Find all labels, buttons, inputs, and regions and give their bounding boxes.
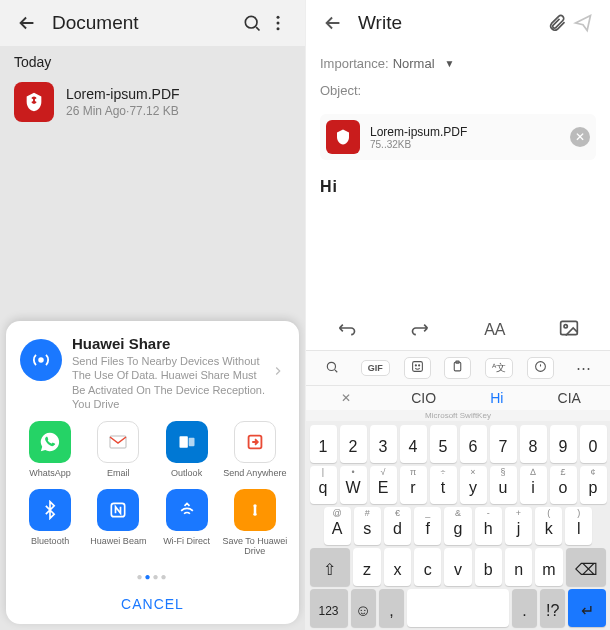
compose-title: Write	[358, 12, 544, 34]
key-c[interactable]: c	[414, 548, 441, 586]
key-t[interactable]: ÷t	[430, 466, 457, 504]
attachment-size: 75..32KB	[370, 139, 570, 150]
key-3[interactable]: 3	[370, 425, 397, 463]
key-w[interactable]: •W	[340, 466, 367, 504]
more-icon[interactable]	[265, 10, 291, 36]
kb-search-icon[interactable]	[317, 356, 347, 381]
share-whatsapp[interactable]: WhatsApp	[16, 421, 84, 479]
key-123[interactable]: 123	[310, 589, 348, 627]
share-wifidirect[interactable]: Wi-Fi Direct	[153, 489, 221, 557]
key-9[interactable]: 9	[550, 425, 577, 463]
svg-rect-5	[110, 436, 126, 448]
key-emoji[interactable]: ☺	[351, 589, 376, 627]
share-huaweibeam[interactable]: Huawei Beam	[84, 489, 152, 557]
kb-suggestion[interactable]: CIA	[558, 390, 581, 406]
file-row[interactable]: Lorem-ipsum.PDF 26 Min Ago·77.12 KB	[0, 74, 305, 130]
kb-settings-icon[interactable]	[527, 357, 554, 379]
key-0[interactable]: 0	[580, 425, 607, 463]
svg-point-1	[277, 16, 280, 19]
svg-rect-12	[254, 507, 257, 514]
email-icon	[97, 421, 139, 463]
kb-clipboard-icon[interactable]	[444, 357, 471, 379]
key-7[interactable]: 7	[490, 425, 517, 463]
key-k[interactable]: (k	[535, 507, 562, 545]
send-icon[interactable]	[570, 10, 596, 36]
key-6[interactable]: 6	[460, 425, 487, 463]
kb-undo-icon[interactable]	[329, 316, 365, 343]
share-grid: WhatsApp Email Outlook Send Anywhere	[16, 421, 289, 567]
key-h[interactable]: -h	[475, 507, 502, 545]
key-r[interactable]: πr	[400, 466, 427, 504]
chevron-down-icon: ▼	[445, 58, 455, 69]
key-a[interactable]: @A	[324, 507, 351, 545]
object-row[interactable]: Object:	[320, 77, 596, 104]
key-b[interactable]: b	[475, 548, 502, 586]
key-s[interactable]: #s	[354, 507, 381, 545]
key-question[interactable]: !?	[540, 589, 565, 627]
key-period[interactable]: .	[512, 589, 537, 627]
email-body[interactable]: Hi	[320, 170, 596, 204]
kb-suggestion[interactable]: CIO	[411, 390, 436, 406]
kb-font-icon[interactable]: AA	[476, 317, 513, 343]
svg-point-4	[38, 357, 44, 363]
share-outlook[interactable]: Outlook	[153, 421, 221, 479]
key-y[interactable]: ×y	[460, 466, 487, 504]
kb-image-icon[interactable]	[551, 315, 587, 344]
key-space[interactable]	[407, 589, 508, 627]
key-enter[interactable]: ↵	[568, 589, 606, 627]
key-u[interactable]: §u	[490, 466, 517, 504]
key-f[interactable]: _f	[414, 507, 441, 545]
share-huaweidrive[interactable]: Save To Huawei Drive	[221, 489, 289, 557]
compose-body: Importance: Normal ▼ Object: Lorem-ipsum…	[306, 46, 610, 208]
key-5[interactable]: 5	[430, 425, 457, 463]
key-x[interactable]: x	[384, 548, 411, 586]
key-q[interactable]: |q	[310, 466, 337, 504]
importance-row[interactable]: Importance: Normal ▼	[320, 50, 596, 77]
back-icon[interactable]	[320, 10, 346, 36]
file-meta: 26 Min Ago·77.12 KB	[66, 104, 180, 118]
key-shift[interactable]: ⇧	[310, 548, 351, 586]
share-sendanywhere[interactable]: Send Anywhere	[221, 421, 289, 479]
share-bluetooth[interactable]: Bluetooth	[16, 489, 84, 557]
key-comma[interactable]: ,	[379, 589, 404, 627]
key-z[interactable]: z	[353, 548, 380, 586]
key-n[interactable]: n	[505, 548, 532, 586]
kb-translate-icon[interactable]: ᴬ文	[485, 358, 513, 378]
key-g[interactable]: &g	[444, 507, 471, 545]
key-v[interactable]: v	[444, 548, 471, 586]
key-j[interactable]: +j	[505, 507, 532, 545]
key-l[interactable]: )l	[565, 507, 592, 545]
key-m[interactable]: m	[535, 548, 562, 586]
kb-sticker-icon[interactable]	[404, 357, 431, 379]
remove-attachment-button[interactable]: ✕	[570, 127, 590, 147]
svg-point-18	[418, 365, 419, 366]
nfc-icon	[97, 489, 139, 531]
key-4[interactable]: 4	[400, 425, 427, 463]
back-icon[interactable]	[14, 10, 40, 36]
kb-close-suggestions[interactable]: ✕	[335, 391, 357, 405]
share-email[interactable]: Email	[84, 421, 152, 479]
search-icon[interactable]	[239, 10, 265, 36]
key-1[interactable]: 1	[310, 425, 337, 463]
key-e[interactable]: √E	[370, 466, 397, 504]
cancel-button[interactable]: CANCEL	[16, 586, 289, 616]
svg-point-2	[277, 22, 280, 25]
kb-redo-icon[interactable]	[402, 316, 438, 343]
key-o[interactable]: £o	[550, 466, 577, 504]
key-backspace[interactable]: ⌫	[566, 548, 607, 586]
key-p[interactable]: ¢p	[580, 466, 607, 504]
key-2[interactable]: 2	[340, 425, 367, 463]
kb-more-icon[interactable]: ⋯	[568, 355, 599, 381]
attach-icon[interactable]	[544, 10, 570, 36]
kb-suggestion[interactable]: Hi	[490, 390, 503, 406]
key-8[interactable]: 8	[520, 425, 547, 463]
compose-panel: Write Importance: Normal ▼ Object: Lorem…	[305, 0, 610, 630]
documents-panel: Document Today Lorem-ipsum.PDF 26 Min Ag…	[0, 0, 305, 630]
huawei-share-title: Huawei Share	[72, 335, 271, 352]
key-d[interactable]: €d	[384, 507, 411, 545]
kb-gif-button[interactable]: GIF	[361, 360, 390, 376]
kb-toolbar: AA	[306, 309, 610, 351]
svg-rect-16	[412, 362, 422, 372]
huawei-share-row[interactable]: Huawei Share Send Files To Nearby Device…	[16, 335, 289, 411]
key-i[interactable]: ∆i	[520, 466, 547, 504]
